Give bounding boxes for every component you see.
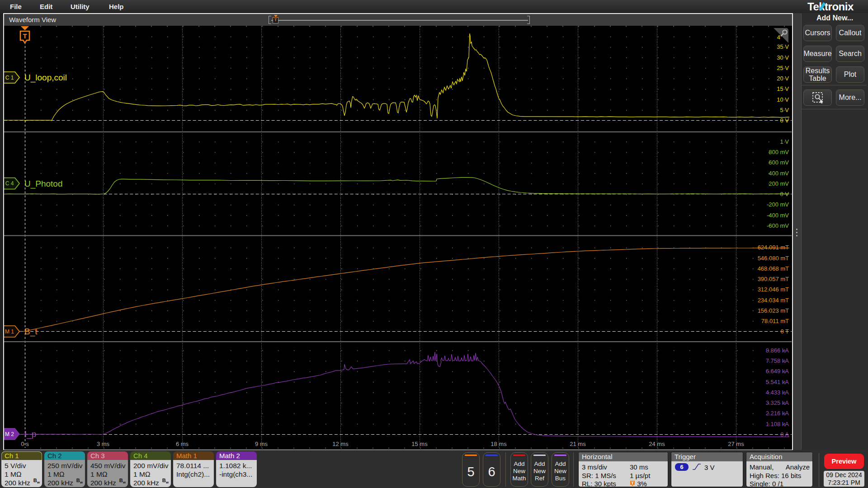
svg-text:U_Photod: U_Photod (24, 179, 63, 189)
svg-text:30 V: 30 V (777, 54, 789, 61)
svg-text:5.541 kA: 5.541 kA (766, 379, 789, 385)
svg-text:C 4: C 4 (5, 180, 14, 187)
svg-text:M 2: M 2 (5, 431, 14, 437)
svg-text:T: T (23, 32, 27, 40)
svg-text:624.091 mT: 624.091 mT (758, 244, 789, 251)
svg-text:0 V: 0 V (780, 191, 789, 197)
svg-text:234.034 mT: 234.034 mT (758, 297, 789, 304)
svg-text:78.011 mT: 78.011 mT (761, 318, 789, 324)
svg-text:C 1: C 1 (5, 75, 14, 81)
svg-text:1 V: 1 V (780, 138, 789, 145)
svg-text:3 ms: 3 ms (97, 441, 110, 447)
svg-text:200 mV: 200 mV (769, 180, 789, 187)
svg-text:546.080 mT: 546.080 mT (758, 255, 789, 262)
svg-text:20 V: 20 V (777, 75, 789, 82)
svg-text:M 1: M 1 (5, 328, 14, 335)
svg-text:800 mV: 800 mV (769, 149, 789, 155)
svg-text:4: 4 (777, 34, 780, 41)
svg-text:0 A: 0 A (780, 431, 789, 438)
svg-text:15 V: 15 V (777, 85, 789, 92)
svg-text:6 ms: 6 ms (176, 441, 189, 447)
svg-text:5 V: 5 V (780, 107, 789, 113)
svg-text:25 V: 25 V (777, 65, 789, 71)
svg-text:6.649 kA: 6.649 kA (766, 368, 789, 375)
svg-text:15 ms: 15 ms (411, 441, 428, 447)
svg-text:3.325 kA: 3.325 kA (766, 399, 789, 406)
svg-text:U_loop,coil: U_loop,coil (24, 73, 67, 83)
svg-text:-600 mV: -600 mV (767, 222, 789, 229)
svg-text:0 T: 0 T (780, 328, 789, 335)
svg-text:0 s: 0 s (21, 441, 29, 447)
svg-text:27 ms: 27 ms (728, 441, 744, 447)
svg-text:8.866 kA: 8.866 kA (766, 347, 789, 354)
svg-text:7.758 kA: 7.758 kA (766, 357, 789, 364)
svg-text:24 ms: 24 ms (649, 441, 665, 447)
svg-text:1.108 kA: 1.108 kA (766, 421, 789, 427)
svg-text:18 ms: 18 ms (491, 441, 507, 447)
svg-text:600 mV: 600 mV (769, 159, 789, 166)
svg-text:0 V: 0 V (780, 117, 789, 124)
svg-text:-400 mV: -400 mV (767, 212, 789, 219)
svg-text:12 ms: 12 ms (332, 441, 349, 447)
svg-text:35 V: 35 V (777, 43, 789, 50)
svg-text:10 V: 10 V (777, 96, 789, 103)
svg-text:-200 mV: -200 mV (767, 201, 789, 208)
svg-text:156.023 mT: 156.023 mT (758, 307, 789, 314)
svg-text:T: T (631, 481, 634, 485)
svg-text:312.046 mT: 312.046 mT (758, 286, 789, 293)
svg-text:21 ms: 21 ms (570, 441, 586, 447)
svg-text:2.216 kA: 2.216 kA (766, 410, 789, 417)
svg-text:B_t: B_t (24, 327, 38, 337)
svg-text:9 ms: 9 ms (255, 441, 268, 447)
svg-text:390.057 mT: 390.057 mT (758, 276, 789, 282)
svg-text:468.068 mT: 468.068 mT (758, 265, 789, 272)
svg-text:4.433 kA: 4.433 kA (766, 389, 789, 396)
svg-text:I_p: I_p (24, 429, 36, 439)
svg-text:400 mV: 400 mV (769, 170, 789, 177)
